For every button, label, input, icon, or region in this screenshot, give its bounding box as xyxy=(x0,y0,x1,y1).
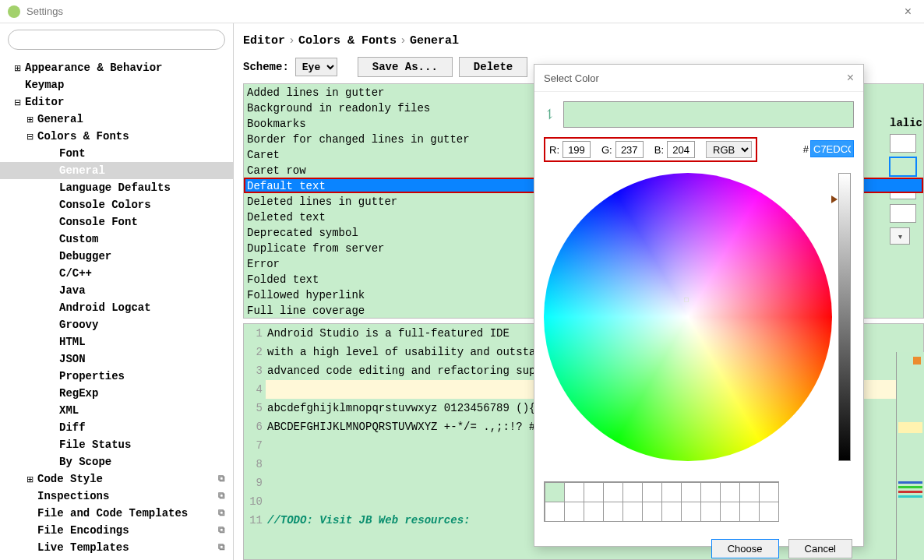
sidebar-item[interactable]: ⊞Appearance & Behavior xyxy=(0,59,233,76)
sidebar-item-label: Custom xyxy=(59,233,98,245)
italic-label: lalic xyxy=(890,117,922,129)
sidebar-item[interactable]: Custom xyxy=(0,231,233,248)
dialog-titlebar: Select Color × xyxy=(534,65,863,92)
sidebar-item[interactable]: C/C++ xyxy=(0,265,233,282)
palette-cell[interactable] xyxy=(642,502,662,522)
sidebar-item[interactable]: JSON xyxy=(0,350,233,368)
background-swatch[interactable] xyxy=(890,157,916,176)
palette-cell[interactable] xyxy=(700,482,721,502)
palette-cell[interactable] xyxy=(720,482,740,502)
sidebar-item[interactable]: Inspections⧉ xyxy=(0,488,233,505)
sidebar-item[interactable]: Diff xyxy=(0,419,233,436)
palette-cell[interactable] xyxy=(603,502,623,522)
palette-cell[interactable] xyxy=(739,482,760,502)
error-stripe-map[interactable] xyxy=(896,352,924,560)
sidebar-item[interactable]: File Encodings⧉ xyxy=(0,522,233,539)
sidebar-item[interactable]: Properties xyxy=(0,368,233,385)
sidebar-item[interactable]: Language Defaults xyxy=(0,179,233,196)
brightness-slider[interactable] xyxy=(838,173,851,461)
cancel-button[interactable]: Cancel xyxy=(788,539,852,558)
sidebar-item[interactable]: Debugger xyxy=(0,248,233,265)
sidebar-item[interactable]: ⊟Colors & Fonts xyxy=(0,128,233,145)
r-input[interactable] xyxy=(563,141,591,158)
sidebar-item[interactable]: XML xyxy=(0,402,233,419)
sidebar-item[interactable]: ⊟Editor xyxy=(0,93,233,111)
sidebar-item[interactable]: File and Code Templates⧉ xyxy=(0,505,233,522)
brightness-pointer-icon[interactable] xyxy=(831,195,838,203)
sidebar-item-label: XML xyxy=(59,404,79,417)
sidebar-item[interactable]: ⊞Code Style⧉ xyxy=(0,470,233,488)
copy-icon[interactable]: ⧉ xyxy=(218,542,225,553)
effect-swatch[interactable] xyxy=(890,204,916,223)
color-preview xyxy=(563,101,854,128)
tree-expander-icon[interactable]: ⊞ xyxy=(25,474,34,484)
copy-icon[interactable]: ⧉ xyxy=(218,508,225,519)
tree-expander-icon[interactable]: ⊞ xyxy=(25,114,34,125)
sidebar-item-label: General xyxy=(37,113,83,125)
sidebar-item[interactable]: Groovy xyxy=(0,316,233,333)
scheme-select[interactable]: Eye xyxy=(295,58,337,76)
palette-cell[interactable] xyxy=(584,482,604,502)
palette-cell[interactable] xyxy=(759,482,779,502)
palette-cell[interactable] xyxy=(700,502,721,522)
settings-tree[interactable]: ⊞Appearance & BehaviorKeymap⊟Editor⊞Gene… xyxy=(0,56,233,560)
sidebar-item-label: Groovy xyxy=(59,319,98,331)
palette-cell[interactable] xyxy=(564,482,584,502)
sidebar-item-label: Console Font xyxy=(59,216,138,228)
tree-expander-icon[interactable]: ⊟ xyxy=(25,132,34,142)
tree-expander-icon[interactable]: ⊞ xyxy=(12,63,22,73)
palette-cell[interactable] xyxy=(759,502,779,522)
palette-cell[interactable] xyxy=(642,482,662,502)
copy-icon[interactable]: ⧉ xyxy=(218,491,225,502)
sidebar-item[interactable]: Console Font xyxy=(0,213,233,231)
palette-cell[interactable] xyxy=(545,482,565,502)
color-wheel[interactable] xyxy=(544,173,832,461)
sidebar-item[interactable]: Android Logcat xyxy=(0,299,233,316)
window-close-button[interactable]: × xyxy=(900,5,916,19)
sidebar-item-label: Properties xyxy=(59,370,125,382)
palette-cell[interactable] xyxy=(661,482,682,502)
palette-cell[interactable] xyxy=(661,502,682,522)
sidebar-item-label: Editor xyxy=(25,96,64,108)
sidebar-item[interactable]: RegExp xyxy=(0,385,233,402)
b-input[interactable] xyxy=(667,141,695,158)
copy-icon[interactable]: ⧉ xyxy=(218,525,225,536)
sidebar-item[interactable]: Console Colors xyxy=(0,196,233,213)
sidebar-item[interactable]: Java xyxy=(0,282,233,299)
tree-expander-icon[interactable]: ⊟ xyxy=(12,97,22,107)
dialog-close-button[interactable]: × xyxy=(847,71,854,85)
palette-cell[interactable] xyxy=(564,502,584,522)
choose-button[interactable]: Choose xyxy=(711,539,779,558)
hex-input[interactable] xyxy=(810,140,854,157)
palette-cell[interactable] xyxy=(681,502,701,522)
foreground-swatch[interactable] xyxy=(890,134,916,153)
eyedropper-icon[interactable]: ⥍ xyxy=(544,106,555,123)
palette-cell[interactable] xyxy=(584,502,604,522)
sidebar-item[interactable]: Keymap xyxy=(0,76,233,93)
sidebar-item-label: HTML xyxy=(59,336,86,348)
palette-cell[interactable] xyxy=(720,502,740,522)
sidebar-item[interactable]: General xyxy=(0,162,233,179)
sidebar-item[interactable]: HTML xyxy=(0,333,233,350)
palette-cell[interactable] xyxy=(545,502,565,522)
sidebar-item[interactable]: By Scope xyxy=(0,453,233,470)
save-as-button[interactable]: Save As... xyxy=(358,57,453,77)
copy-icon[interactable]: ⧉ xyxy=(218,474,225,484)
search-input[interactable] xyxy=(8,30,225,50)
effect-type-dropdown[interactable]: ▾ xyxy=(890,227,910,245)
sidebar-item-label: Appearance & Behavior xyxy=(25,62,162,74)
sidebar-item[interactable]: ⊞General xyxy=(0,111,233,128)
delete-button[interactable]: Delete xyxy=(459,57,527,77)
palette-cell[interactable] xyxy=(681,482,701,502)
g-label: G: xyxy=(601,144,612,156)
palette-cell[interactable] xyxy=(603,482,623,502)
color-mode-select[interactable]: RGB xyxy=(706,141,752,158)
color-wheel-marker[interactable] xyxy=(684,298,689,302)
palette-cell[interactable] xyxy=(622,502,643,522)
sidebar-item[interactable]: Live Templates⧉ xyxy=(0,539,233,556)
g-input[interactable] xyxy=(615,141,644,158)
sidebar-item[interactable]: Font xyxy=(0,145,233,162)
palette-cell[interactable] xyxy=(739,502,760,522)
sidebar-item[interactable]: File Status xyxy=(0,436,233,453)
palette-cell[interactable] xyxy=(622,482,643,502)
